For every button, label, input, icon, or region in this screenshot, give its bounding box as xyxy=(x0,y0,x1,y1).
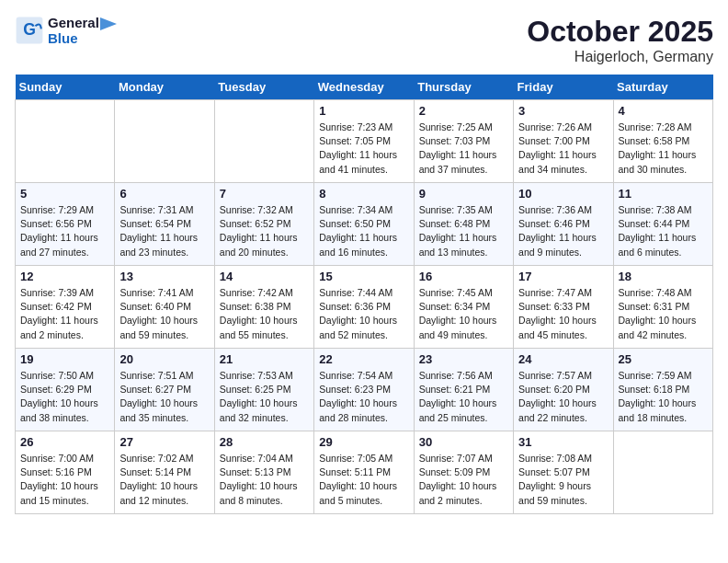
day-number: 5 xyxy=(20,187,109,201)
day-number: 1 xyxy=(319,104,408,118)
day-info: Sunrise: 7:36 AM Sunset: 6:46 PM Dayligh… xyxy=(518,203,608,259)
calendar-cell: 9Sunrise: 7:35 AM Sunset: 6:48 PM Daylig… xyxy=(414,183,513,266)
calendar-cell: 12Sunrise: 7:39 AM Sunset: 6:42 PM Dayli… xyxy=(16,266,115,349)
day-number: 4 xyxy=(619,104,708,118)
day-info: Sunrise: 7:28 AM Sunset: 6:58 PM Dayligh… xyxy=(619,121,708,177)
day-info: Sunrise: 7:53 AM Sunset: 6:25 PM Dayligh… xyxy=(220,369,309,425)
month-title: October 2025 xyxy=(527,15,713,49)
calendar-cell: 17Sunrise: 7:47 AM Sunset: 6:33 PM Dayli… xyxy=(514,266,613,349)
calendar-cell xyxy=(613,431,712,514)
calendar-cell: 7Sunrise: 7:32 AM Sunset: 6:52 PM Daylig… xyxy=(214,183,313,266)
day-info: Sunrise: 7:48 AM Sunset: 6:31 PM Dayligh… xyxy=(619,286,708,342)
day-info: Sunrise: 7:08 AM Sunset: 5:07 PM Dayligh… xyxy=(518,452,608,508)
day-info: Sunrise: 7:02 AM Sunset: 5:14 PM Dayligh… xyxy=(119,452,209,508)
calendar-cell: 30Sunrise: 7:07 AM Sunset: 5:09 PM Dayli… xyxy=(414,431,513,514)
day-number: 23 xyxy=(419,352,508,366)
day-number: 15 xyxy=(319,270,408,283)
calendar-cell: 1Sunrise: 7:23 AM Sunset: 7:05 PM Daylig… xyxy=(314,100,414,183)
calendar-cell: 27Sunrise: 7:02 AM Sunset: 5:14 PM Dayli… xyxy=(115,431,214,514)
calendar-cell: 14Sunrise: 7:42 AM Sunset: 6:38 PM Dayli… xyxy=(214,266,313,349)
day-info: Sunrise: 7:05 AM Sunset: 5:11 PM Dayligh… xyxy=(319,452,408,508)
calendar-cell: 21Sunrise: 7:53 AM Sunset: 6:25 PM Dayli… xyxy=(214,349,313,431)
calendar-week-3: 12Sunrise: 7:39 AM Sunset: 6:42 PM Dayli… xyxy=(16,266,713,349)
day-info: Sunrise: 7:25 AM Sunset: 7:03 PM Dayligh… xyxy=(419,121,508,177)
calendar-cell: 28Sunrise: 7:04 AM Sunset: 5:13 PM Dayli… xyxy=(214,431,313,514)
day-info: Sunrise: 7:56 AM Sunset: 6:21 PM Dayligh… xyxy=(419,369,508,425)
day-info: Sunrise: 7:07 AM Sunset: 5:09 PM Dayligh… xyxy=(419,452,508,508)
day-number: 2 xyxy=(419,104,508,118)
day-number: 24 xyxy=(518,352,608,366)
logo-blue-text: Blue xyxy=(48,30,118,46)
day-number: 9 xyxy=(419,187,508,201)
day-number: 6 xyxy=(119,187,209,201)
logo-icon: G xyxy=(15,16,44,45)
day-number: 29 xyxy=(319,435,408,449)
calendar-body: 1Sunrise: 7:23 AM Sunset: 7:05 PM Daylig… xyxy=(16,100,713,514)
calendar-cell: 8Sunrise: 7:34 AM Sunset: 6:50 PM Daylig… xyxy=(314,183,414,266)
day-info: Sunrise: 7:34 AM Sunset: 6:50 PM Dayligh… xyxy=(319,203,408,259)
day-info: Sunrise: 7:44 AM Sunset: 6:36 PM Dayligh… xyxy=(319,286,408,342)
day-number: 12 xyxy=(20,270,109,283)
calendar-cell: 16Sunrise: 7:45 AM Sunset: 6:34 PM Dayli… xyxy=(414,266,513,349)
day-number: 25 xyxy=(619,352,708,366)
day-number: 30 xyxy=(419,435,508,449)
calendar-cell: 18Sunrise: 7:48 AM Sunset: 6:31 PM Dayli… xyxy=(613,266,712,349)
day-number: 14 xyxy=(220,270,309,283)
day-info: Sunrise: 7:04 AM Sunset: 5:13 PM Dayligh… xyxy=(220,452,309,508)
weekday-saturday: Saturday xyxy=(613,75,712,100)
day-info: Sunrise: 7:42 AM Sunset: 6:38 PM Dayligh… xyxy=(220,286,309,342)
day-number: 13 xyxy=(119,270,209,283)
calendar-cell xyxy=(214,100,313,183)
day-info: Sunrise: 7:38 AM Sunset: 6:44 PM Dayligh… xyxy=(619,203,708,259)
day-number: 18 xyxy=(619,270,708,283)
day-info: Sunrise: 7:45 AM Sunset: 6:34 PM Dayligh… xyxy=(419,286,508,342)
weekday-header-row: SundayMondayTuesdayWednesdayThursdayFrid… xyxy=(16,75,713,100)
day-number: 28 xyxy=(220,435,309,449)
day-info: Sunrise: 7:00 AM Sunset: 5:16 PM Dayligh… xyxy=(20,452,109,508)
day-number: 8 xyxy=(319,187,408,201)
calendar-cell: 11Sunrise: 7:38 AM Sunset: 6:44 PM Dayli… xyxy=(613,183,712,266)
day-number: 11 xyxy=(619,187,708,201)
day-info: Sunrise: 7:51 AM Sunset: 6:27 PM Dayligh… xyxy=(119,369,209,425)
day-number: 7 xyxy=(220,187,309,201)
calendar-cell: 26Sunrise: 7:00 AM Sunset: 5:16 PM Dayli… xyxy=(16,431,115,514)
calendar-week-4: 19Sunrise: 7:50 AM Sunset: 6:29 PM Dayli… xyxy=(16,349,713,431)
day-info: Sunrise: 7:32 AM Sunset: 6:52 PM Dayligh… xyxy=(220,203,309,259)
calendar-cell: 25Sunrise: 7:59 AM Sunset: 6:18 PM Dayli… xyxy=(613,349,712,431)
calendar-cell xyxy=(16,100,115,183)
calendar-cell: 19Sunrise: 7:50 AM Sunset: 6:29 PM Dayli… xyxy=(16,349,115,431)
day-info: Sunrise: 7:59 AM Sunset: 6:18 PM Dayligh… xyxy=(619,369,708,425)
calendar-week-1: 1Sunrise: 7:23 AM Sunset: 7:05 PM Daylig… xyxy=(16,100,713,183)
weekday-friday: Friday xyxy=(514,75,613,100)
svg-marker-2 xyxy=(100,17,117,30)
day-info: Sunrise: 7:39 AM Sunset: 6:42 PM Dayligh… xyxy=(20,286,109,342)
logo-arrow-icon xyxy=(100,17,117,30)
calendar-cell xyxy=(115,100,214,183)
day-number: 31 xyxy=(518,435,608,449)
location-title: Haigerloch, Germany xyxy=(527,49,713,65)
calendar-cell: 20Sunrise: 7:51 AM Sunset: 6:27 PM Dayli… xyxy=(115,349,214,431)
day-info: Sunrise: 7:54 AM Sunset: 6:23 PM Dayligh… xyxy=(319,369,408,425)
calendar-cell: 10Sunrise: 7:36 AM Sunset: 6:46 PM Dayli… xyxy=(514,183,613,266)
calendar-cell: 13Sunrise: 7:41 AM Sunset: 6:40 PM Dayli… xyxy=(115,266,214,349)
day-info: Sunrise: 7:50 AM Sunset: 6:29 PM Dayligh… xyxy=(20,369,109,425)
calendar-cell: 5Sunrise: 7:29 AM Sunset: 6:56 PM Daylig… xyxy=(16,183,115,266)
calendar-cell: 3Sunrise: 7:26 AM Sunset: 7:00 PM Daylig… xyxy=(514,100,613,183)
day-number: 26 xyxy=(20,435,109,449)
day-info: Sunrise: 7:29 AM Sunset: 6:56 PM Dayligh… xyxy=(20,203,109,259)
weekday-monday: Monday xyxy=(115,75,214,100)
weekday-sunday: Sunday xyxy=(16,75,115,100)
day-number: 19 xyxy=(20,352,109,366)
day-number: 10 xyxy=(518,187,608,201)
weekday-tuesday: Tuesday xyxy=(214,75,313,100)
calendar-table: SundayMondayTuesdayWednesdayThursdayFrid… xyxy=(15,75,713,514)
svg-text:G: G xyxy=(23,20,36,39)
weekday-thursday: Thursday xyxy=(414,75,513,100)
calendar-cell: 24Sunrise: 7:57 AM Sunset: 6:20 PM Dayli… xyxy=(514,349,613,431)
day-info: Sunrise: 7:31 AM Sunset: 6:54 PM Dayligh… xyxy=(119,203,209,259)
day-number: 17 xyxy=(518,270,608,283)
weekday-wednesday: Wednesday xyxy=(314,75,414,100)
calendar-cell: 23Sunrise: 7:56 AM Sunset: 6:21 PM Dayli… xyxy=(414,349,513,431)
day-info: Sunrise: 7:35 AM Sunset: 6:48 PM Dayligh… xyxy=(419,203,508,259)
day-info: Sunrise: 7:47 AM Sunset: 6:33 PM Dayligh… xyxy=(518,286,608,342)
